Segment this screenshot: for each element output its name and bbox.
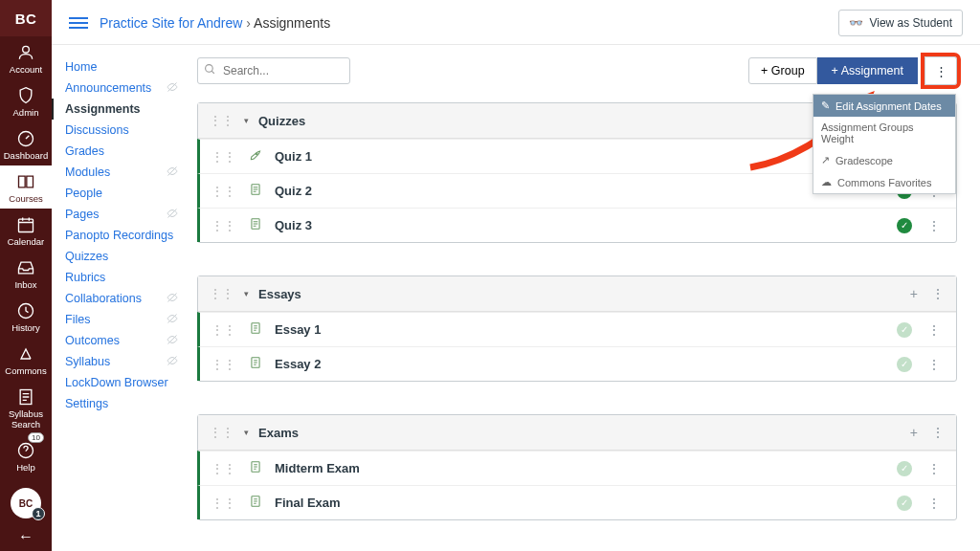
drag-handle-icon[interactable]: ⋮⋮ — [212, 363, 236, 366]
nav-commons[interactable]: Commons — [0, 338, 52, 381]
drag-handle-icon[interactable]: ⋮⋮ — [212, 189, 236, 193]
nav-inbox[interactable]: Inbox — [0, 252, 52, 295]
avatar-button[interactable]: BC 1 — [11, 488, 41, 518]
add-group-button[interactable]: + Group — [748, 57, 817, 84]
assignment-link[interactable]: Final Exam — [275, 496, 885, 510]
breadcrumb-course[interactable]: Practice Site for Andrew — [100, 15, 242, 31]
coursenav-discussions[interactable]: Discussions — [52, 120, 186, 141]
assignment-row: ⋮⋮ Midterm Exam ✓ ⋮ — [197, 451, 956, 485]
coursenav-files[interactable]: Files — [52, 309, 186, 330]
breadcrumb: Practice Site for Andrew › Assignments — [100, 15, 827, 31]
dashboard-icon — [15, 128, 36, 149]
coursenav-settings[interactable]: Settings — [52, 393, 186, 414]
drag-handle-icon[interactable]: ⋮⋮ — [212, 501, 236, 505]
assignment-type-icon — [248, 217, 263, 233]
assignment-link[interactable]: Quiz 1 — [275, 149, 885, 164]
hidden-icon — [167, 81, 178, 95]
caret-down-icon[interactable]: ▾ — [244, 116, 249, 125]
drag-handle-icon[interactable]: ⋮⋮ — [210, 292, 234, 296]
help-icon — [15, 440, 36, 461]
svg-point-13 — [206, 65, 213, 73]
assignment-type-icon — [248, 183, 263, 199]
nav-syllabus-search[interactable]: Syllabus Search — [0, 381, 52, 434]
assignment-type-icon — [248, 321, 263, 338]
assignment-link[interactable]: Quiz 3 — [275, 218, 885, 232]
assignment-link[interactable]: Essay 1 — [275, 322, 885, 337]
commons-icon — [15, 343, 36, 364]
row-more-button[interactable]: ⋮ — [924, 496, 945, 511]
hidden-icon — [167, 313, 178, 326]
row-more-button[interactable]: ⋮ — [924, 218, 945, 233]
menu-group-weights[interactable]: Assignment Groups Weight — [813, 117, 955, 149]
menu-commons-favorites[interactable]: ☁ Commons Favorites — [813, 171, 955, 193]
coursenav-people[interactable]: People — [52, 183, 186, 204]
drag-handle-icon[interactable]: ⋮⋮ — [212, 467, 236, 471]
publish-toggle[interactable]: ✓ — [897, 357, 912, 372]
publish-toggle[interactable]: ✓ — [897, 461, 912, 476]
coursenav-collaborations[interactable]: Collaborations — [52, 288, 186, 309]
link-icon: ↗ — [821, 154, 830, 166]
coursenav-lockdown-browser[interactable]: LockDown Browser — [52, 372, 186, 393]
assignment-link[interactable]: Essay 2 — [275, 357, 885, 371]
group-more-button[interactable]: ⋮ — [931, 286, 945, 301]
nav-dashboard[interactable]: Dashboard — [0, 122, 52, 165]
add-assignment-button[interactable]: + Assignment — [817, 57, 918, 84]
coursenav-announcements[interactable]: Announcements — [52, 77, 186, 99]
coursenav-home[interactable]: Home — [52, 56, 186, 77]
svg-rect-2 — [19, 219, 33, 231]
assignment-group: ⋮⋮ ▾ Exams + ⋮ ⋮⋮ Midterm Exam ✓ ⋮ ⋮⋮ Fi… — [197, 414, 957, 520]
nav-help[interactable]: Help10 — [0, 434, 52, 477]
coursenav-syllabus[interactable]: Syllabus — [52, 351, 186, 372]
coursenav-outcomes[interactable]: Outcomes — [52, 330, 186, 351]
coursenav-panopto-recordings[interactable]: Panopto Recordings — [52, 225, 186, 246]
caret-down-icon[interactable]: ▾ — [244, 289, 249, 298]
group-add-button[interactable]: + — [910, 425, 918, 440]
hamburger-menu-icon[interactable] — [69, 17, 88, 29]
hidden-icon — [167, 334, 178, 347]
group-title: Essays — [258, 287, 901, 301]
drag-handle-icon[interactable]: ⋮⋮ — [212, 224, 236, 228]
svg-line-14 — [212, 71, 214, 74]
hidden-icon — [167, 292, 178, 305]
drag-handle-icon[interactable]: ⋮⋮ — [210, 430, 234, 434]
nav-courses[interactable]: Courses — [0, 165, 52, 209]
view-as-student-button[interactable]: 👓 View as Student — [838, 10, 963, 36]
row-more-button[interactable]: ⋮ — [924, 322, 945, 338]
assignment-row: ⋮⋮ Essay 1 ✓ ⋮ — [197, 312, 956, 346]
assignment-link[interactable]: Quiz 2 — [275, 184, 885, 198]
menu-edit-dates[interactable]: ✎ Edit Assignment Dates — [813, 95, 955, 117]
glasses-icon: 👓 — [849, 16, 863, 30]
drag-handle-icon[interactable]: ⋮⋮ — [212, 328, 236, 332]
coursenav-rubrics[interactable]: Rubrics — [52, 267, 186, 288]
coursenav-pages[interactable]: Pages — [52, 204, 186, 225]
search-icon — [204, 63, 216, 78]
help-badge: 10 — [28, 432, 44, 443]
coursenav-modules[interactable]: Modules — [52, 162, 186, 183]
nav-calendar[interactable]: Calendar — [0, 209, 52, 252]
coursenav-quizzes[interactable]: Quizzes — [52, 246, 186, 267]
publish-toggle[interactable]: ✓ — [897, 218, 912, 233]
coursenav-grades[interactable]: Grades — [52, 141, 186, 162]
coursenav-assignments[interactable]: Assignments — [52, 99, 186, 120]
more-options-button[interactable]: ⋮ ✎ Edit Assignment Dates Assignment Gro… — [924, 56, 957, 85]
row-more-button[interactable]: ⋮ — [924, 461, 945, 476]
assignment-link[interactable]: Midterm Exam — [275, 461, 885, 475]
account-icon — [15, 42, 36, 63]
drag-handle-icon[interactable]: ⋮⋮ — [212, 155, 236, 159]
drag-handle-icon[interactable]: ⋮⋮ — [210, 119, 234, 122]
group-add-button[interactable]: + — [910, 286, 918, 301]
publish-toggle[interactable]: ✓ — [897, 322, 912, 338]
brand-logo[interactable]: BC — [0, 0, 52, 36]
action-row: + Group + Assignment ⋮ ✎ Edit Assignment… — [197, 56, 957, 85]
nav-admin[interactable]: Admin — [0, 79, 52, 122]
collapse-nav-icon[interactable]: ← — [0, 524, 52, 551]
search-input[interactable] — [197, 57, 350, 84]
caret-down-icon[interactable]: ▾ — [244, 428, 249, 437]
assignment-row: ⋮⋮ Quiz 3 ✓ ⋮ — [197, 208, 956, 242]
menu-gradescope[interactable]: ↗ Gradescope — [813, 149, 955, 171]
publish-toggle[interactable]: ✓ — [897, 496, 912, 511]
nav-history[interactable]: History — [0, 295, 52, 338]
nav-account[interactable]: Account — [0, 36, 52, 79]
group-more-button[interactable]: ⋮ — [931, 425, 945, 440]
row-more-button[interactable]: ⋮ — [924, 357, 945, 372]
